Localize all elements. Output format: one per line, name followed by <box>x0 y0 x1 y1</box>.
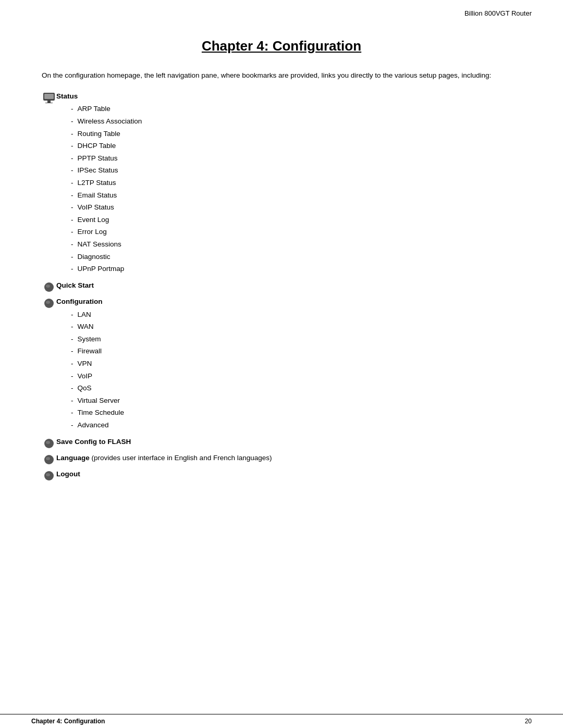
list-item: PPTP Status <box>71 153 142 164</box>
list-item: Diagnostic <box>71 251 142 263</box>
list-item: Routing Table <box>71 128 142 140</box>
list-item: WAN <box>71 321 124 332</box>
list-item: Virtual Server <box>71 395 124 406</box>
list-item: LAN <box>71 309 124 320</box>
navigation-list: Status ARP Table Wireless Association Ro… <box>42 92 521 482</box>
brand-label: Billion 800VGT Router <box>464 9 532 17</box>
page-footer: Chapter 4: Configuration 20 <box>0 714 563 728</box>
list-item: Time Schedule <box>71 407 124 418</box>
save-config-label: Save Config to FLASH <box>56 437 131 447</box>
bullet-icon-quick-start <box>42 281 56 293</box>
nav-item-language: Language (provides user interface in Eng… <box>42 453 521 465</box>
svg-rect-1 <box>44 94 54 99</box>
bullet-icon-save-config <box>42 438 56 449</box>
nav-item-save-config: Save Config to FLASH <box>42 437 521 449</box>
list-item: Event Log <box>71 214 142 226</box>
logout-label: Logout <box>56 470 80 479</box>
list-item: System <box>71 334 124 345</box>
svg-point-5 <box>46 285 50 288</box>
svg-point-9 <box>46 441 50 444</box>
main-content: Chapter 4: Configuration On the configur… <box>0 17 563 527</box>
list-item: L2TP Status <box>71 177 142 189</box>
nav-item-status: Status ARP Table Wireless Association Ro… <box>42 92 521 277</box>
bullet-icon-language <box>42 454 56 465</box>
language-label-text: Language (provides user interface in Eng… <box>56 453 272 462</box>
footer-chapter-label: Chapter 4: Configuration <box>31 718 105 725</box>
page-container: Billion 800VGT Router Chapter 4: Configu… <box>0 0 563 728</box>
list-item-nat-sessions: NAT Sessions <box>71 239 142 250</box>
quick-start-label: Quick Start <box>56 281 94 291</box>
list-item: Email Status <box>71 190 142 201</box>
footer-page-number: 20 <box>525 718 532 725</box>
nav-item-quick-start: Quick Start <box>42 281 521 293</box>
status-subitems: ARP Table Wireless Association Routing T… <box>71 103 142 274</box>
svg-point-13 <box>46 473 50 476</box>
configuration-subitems: LAN WAN System Firewall VPN VoIP QoS Vir… <box>71 309 124 431</box>
svg-point-7 <box>46 301 50 304</box>
svg-rect-3 <box>45 103 53 103</box>
status-section: Status ARP Table Wireless Association Ro… <box>56 92 142 277</box>
intro-text: On the configuration homepage, the left … <box>42 70 521 81</box>
configuration-label: Configuration <box>56 298 102 305</box>
list-item: VoIP Status <box>71 202 142 213</box>
bullet-icon-configuration <box>42 298 56 309</box>
configuration-section: Configuration LAN WAN System Firewall VP… <box>56 297 124 433</box>
nav-item-configuration: Configuration LAN WAN System Firewall VP… <box>42 297 521 433</box>
chapter-title: Chapter 4: Configuration <box>42 38 521 54</box>
svg-point-11 <box>46 457 50 460</box>
list-item: Wireless Association <box>71 116 142 127</box>
list-item: VoIP <box>71 371 124 382</box>
list-item: Firewall <box>71 346 124 357</box>
status-label: Status <box>56 92 78 100</box>
page-header: Billion 800VGT Router <box>0 0 563 17</box>
list-item: UPnP Portmap <box>71 263 142 275</box>
list-item: DHCP Table <box>71 140 142 152</box>
list-item: Advanced <box>71 419 124 431</box>
list-item: VPN <box>71 358 124 369</box>
bullet-icon-logout <box>42 470 56 482</box>
list-item: Error Log <box>71 226 142 238</box>
monitor-icon <box>42 92 56 104</box>
nav-item-logout: Logout <box>42 470 521 482</box>
list-item: QoS <box>71 382 124 394</box>
svg-rect-2 <box>47 101 51 103</box>
list-item: IPSec Status <box>71 165 142 176</box>
list-item: ARP Table <box>71 103 142 115</box>
